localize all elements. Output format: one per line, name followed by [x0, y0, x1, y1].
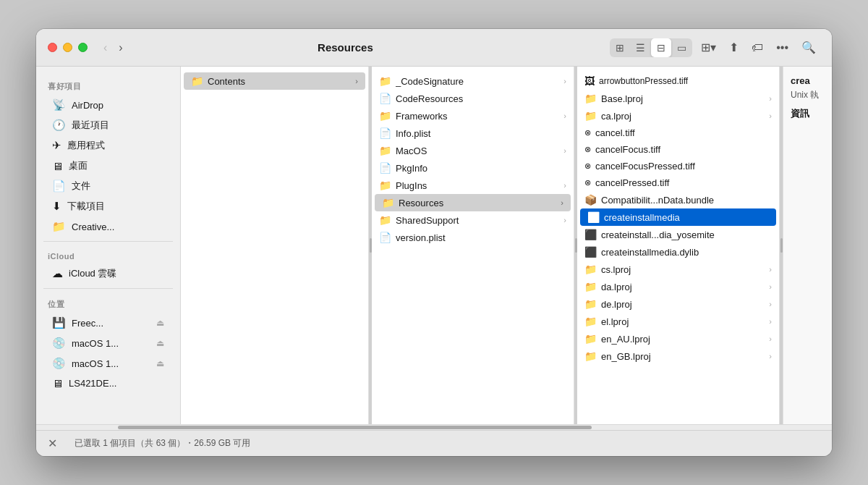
tiff-icon-arrowbtn: 🖼	[584, 75, 595, 87]
desktop-icon: 🖥	[52, 160, 63, 172]
file-name-baselproj: Base.lproj	[601, 93, 765, 104]
sidebar-item-desktop[interactable]: 🖥 桌面	[41, 156, 176, 176]
file-item-arrowbtn[interactable]: 🖼 arrowbuttonPressed.tiff	[577, 72, 779, 90]
file-name-cancelpressed: cancelPressed.tiff	[595, 177, 772, 188]
file-name-versionplist: version.plist	[396, 232, 566, 243]
sidebar-item-macos1[interactable]: 💿 macOS 1... ⏏	[41, 333, 176, 353]
sidebar-label-desktop: 桌面	[69, 159, 88, 172]
file-item-createinstallmedia[interactable]: ⬛ createinstallmedia	[580, 208, 776, 226]
sidebar-item-icloud[interactable]: ☁ iCloud 雲碟	[41, 263, 176, 284]
file-item-cancelfocustiff[interactable]: ⊗ cancelFocus.tiff	[577, 141, 779, 158]
sidebar-label-airdrop: AirDrop	[72, 100, 103, 111]
file-item-macos[interactable]: 📁 MacOS ›	[372, 142, 574, 159]
sidebar-item-airdrop[interactable]: 📡 AirDrop	[41, 95, 176, 115]
file-item-cancelpressed[interactable]: ⊗ cancelPressed.tiff	[577, 174, 779, 191]
sidebar-item-macos1b[interactable]: 💿 macOS 1... ⏏	[41, 353, 176, 374]
file-item-cancelfocuspressed[interactable]: ⊗ cancelFocusPressed.tiff	[577, 158, 779, 174]
view-columns-button[interactable]: ⊟	[651, 38, 671, 57]
file-name-codesig: _CodeSignature	[396, 76, 559, 87]
more-button[interactable]: •••	[772, 38, 793, 57]
folder-icon-dalproj: 📁	[584, 281, 597, 292]
sidebar-item-freec[interactable]: 💾 Freec... ⏏	[41, 313, 176, 333]
sidebar-label-recents: 最近項目	[72, 119, 109, 132]
file-item-cslproj[interactable]: 📁 cs.lproj ›	[577, 261, 779, 278]
sidebar-item-ls421[interactable]: 🖥 LS421DE...	[41, 374, 176, 393]
folder-icon-sharedsupport: 📁	[379, 214, 391, 226]
sidebar-item-creative[interactable]: 📁 Creative...	[41, 216, 176, 237]
file-item-baselproj[interactable]: 📁 Base.lproj ›	[577, 90, 779, 107]
sidebar-item-applications[interactable]: ✈ 應用程式	[41, 135, 176, 156]
file-item-coderesources[interactable]: 📄 CodeResources	[372, 90, 574, 107]
sidebar-item-recents[interactable]: 🕐 最近項目	[41, 115, 176, 135]
file-item-dalproj[interactable]: 📁 da.lproj ›	[577, 278, 779, 295]
applications-icon: ✈	[52, 139, 61, 152]
chevron-icon: ›	[563, 111, 566, 120]
file-item-resources[interactable]: 📁 Resources ›	[375, 194, 571, 211]
file-item-engblproj[interactable]: 📁 en_GB.lproj ›	[577, 347, 779, 365]
file-item-delproj[interactable]: 📁 de.lproj ›	[577, 295, 779, 313]
file-item-plugins[interactable]: 📁 PlugIns ›	[372, 177, 574, 194]
exec-icon-createinstall-yos: ⬛	[584, 229, 597, 240]
macos1b-eject-button[interactable]: ⏏	[156, 358, 164, 368]
macos1-eject-button[interactable]: ⏏	[156, 338, 164, 348]
macos1b-icon: 💿	[52, 357, 66, 370]
close-button[interactable]	[48, 43, 57, 52]
search-button[interactable]: 🔍	[797, 38, 820, 57]
file-item-codesignature[interactable]: 📁 _CodeSignature ›	[372, 72, 574, 90]
sidebar-divider-1	[43, 241, 173, 242]
locations-header: 位置	[36, 293, 180, 313]
chevron-icon: ›	[563, 146, 566, 155]
scroll-thumb[interactable]	[118, 426, 592, 429]
column-1: 📁 Contents ›	[181, 67, 369, 424]
share-button[interactable]: ⬆	[725, 38, 743, 57]
file-item-enaulproj[interactable]: 📁 en_AU.lproj ›	[577, 330, 779, 347]
scroll-track[interactable]	[36, 424, 832, 430]
file-icon-infoplist: 📄	[379, 127, 391, 139]
minimize-button[interactable]	[63, 43, 72, 52]
file-item-compat-bundle[interactable]: 📦 Compatibilit...nData.bundle	[577, 191, 779, 208]
folder-icon-resources: 📁	[382, 197, 394, 208]
file-item-createinstall-dylib[interactable]: ⬛ createinstallmedia.dylib	[577, 243, 779, 261]
sidebar-item-documents[interactable]: 📄 文件	[41, 176, 176, 196]
toolbar-right: ⊞ ☰ ⊟ ▭ ⊞▾ ⬆ 🏷 ••• 🔍	[610, 38, 820, 57]
chevron-icon: ›	[563, 216, 566, 224]
chevron-icon: ›	[769, 300, 772, 308]
file-item-versionplist[interactable]: 📄 version.plist	[372, 229, 574, 246]
statusbar-text: 已選取 1 個項目（共 63 個）・26.59 GB 可用	[75, 437, 250, 450]
preview-panel: crea Unix 執 資訊	[783, 67, 832, 424]
file-icon-pkginfo: 📄	[379, 162, 391, 174]
file-name-canceltiff: cancel.tiff	[595, 127, 772, 138]
view-list-button[interactable]: ☰	[630, 38, 651, 57]
action-button[interactable]: ⊞▾	[697, 38, 720, 57]
file-name-pkginfo: PkgInfo	[396, 163, 566, 174]
icloud-icon: ☁	[52, 267, 63, 280]
window-title: Resources	[81, 41, 610, 54]
file-item-calproj[interactable]: 📁 ca.lproj ›	[577, 107, 779, 125]
macos1-icon: 💿	[52, 337, 66, 350]
file-item-canceltiff[interactable]: ⊗ cancel.tiff	[577, 125, 779, 141]
view-icons-button[interactable]: ⊞	[610, 38, 630, 57]
tiff-icon-cancelfocus: ⊗	[584, 145, 591, 154]
file-item-createinstall-yos[interactable]: ⬛ createinstall...dia_yosemite	[577, 226, 779, 243]
file-item-pkginfo[interactable]: 📄 PkgInfo	[372, 159, 574, 177]
sidebar-item-downloads[interactable]: ⬇ 下載項目	[41, 196, 176, 216]
view-gallery-button[interactable]: ▭	[671, 38, 692, 57]
sidebar-label-macos1: macOS 1...	[72, 338, 119, 349]
file-item-sharedsupport[interactable]: 📁 SharedSupport ›	[372, 211, 574, 229]
folder-icon-codesig: 📁	[379, 75, 391, 87]
file-item-infoplist[interactable]: 📄 Info.plist	[372, 125, 574, 142]
statusbar-close-button[interactable]: ✕	[48, 436, 57, 450]
file-item-ellproj[interactable]: 📁 el.lproj ›	[577, 313, 779, 330]
folder-icon-ellproj: 📁	[584, 316, 597, 327]
file-item-contents[interactable]: 📁 Contents ›	[184, 72, 365, 90]
folder-icon-calproj: 📁	[584, 110, 597, 122]
file-item-frameworks[interactable]: 📁 Frameworks ›	[372, 107, 574, 125]
documents-icon: 📄	[52, 180, 66, 193]
freec-icon: 💾	[52, 316, 66, 329]
tag-button[interactable]: 🏷	[747, 38, 767, 57]
chevron-icon: ›	[561, 198, 563, 207]
freec-eject-button[interactable]: ⏏	[156, 318, 164, 328]
folder-icon-enaulproj: 📁	[584, 333, 597, 345]
chevron-icon: ›	[769, 334, 772, 343]
file-name-cslproj: cs.lproj	[601, 264, 765, 275]
